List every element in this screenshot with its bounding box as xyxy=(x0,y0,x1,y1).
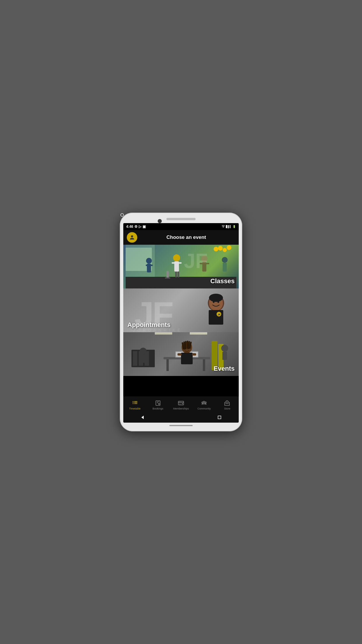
bookings-label: Bookings xyxy=(152,407,163,410)
svg-rect-8 xyxy=(146,265,149,266)
nav-bookings[interactable]: Bookings xyxy=(146,400,169,410)
nav-memberships[interactable]: Memberships xyxy=(169,400,192,410)
svg-point-65 xyxy=(140,348,147,355)
svg-rect-75 xyxy=(156,401,160,406)
timetable-label: Timetable xyxy=(129,407,140,410)
system-nav-bar xyxy=(123,413,239,423)
memberships-icon xyxy=(178,400,184,407)
svg-rect-39 xyxy=(155,332,172,335)
svg-rect-68 xyxy=(222,352,227,360)
settings-icon: ⚙ xyxy=(134,225,138,229)
svg-rect-66 xyxy=(141,355,145,363)
svg-text:JF: JF xyxy=(218,313,220,316)
svg-rect-42 xyxy=(133,351,137,366)
svg-rect-70 xyxy=(132,402,133,403)
svg-rect-49 xyxy=(203,359,205,371)
svg-rect-48 xyxy=(166,359,169,371)
svg-rect-40 xyxy=(190,332,207,335)
svg-point-20 xyxy=(222,257,228,263)
classes-card[interactable]: JF Classes xyxy=(123,245,239,288)
svg-rect-71 xyxy=(132,403,133,404)
home-bar xyxy=(169,425,193,426)
svg-point-6 xyxy=(146,258,152,264)
speaker xyxy=(166,218,196,220)
recents-button[interactable] xyxy=(217,414,222,420)
battery-icon: 🔋 xyxy=(233,225,236,228)
svg-point-33 xyxy=(209,294,223,302)
svg-rect-34 xyxy=(209,310,223,325)
svg-point-28 xyxy=(227,245,231,250)
svg-rect-12 xyxy=(172,262,175,264)
svg-rect-13 xyxy=(178,262,182,264)
svg-rect-69 xyxy=(132,401,133,402)
phone-frame: 4:46 ⚙ ▷ ▣ ▋▌▍ 🔋 xyxy=(120,213,242,431)
svg-rect-22 xyxy=(166,271,169,278)
svg-point-79 xyxy=(203,401,205,403)
svg-rect-15 xyxy=(178,272,179,277)
memberships-label: Memberships xyxy=(173,407,189,410)
svg-point-81 xyxy=(205,402,206,403)
store-icon xyxy=(224,400,231,407)
app-header: Choose an event xyxy=(123,230,239,245)
svg-rect-61 xyxy=(178,353,182,356)
svg-rect-73 xyxy=(134,402,137,403)
store-label: Store xyxy=(224,407,231,410)
svg-rect-72 xyxy=(134,401,137,402)
svg-point-64 xyxy=(187,348,189,349)
svg-rect-14 xyxy=(175,272,177,277)
svg-point-27 xyxy=(223,248,227,252)
status-bar: 4:46 ⚙ ▷ ▣ ▋▌▍ 🔋 xyxy=(123,223,239,230)
svg-rect-21 xyxy=(223,263,227,272)
svg-rect-77 xyxy=(178,401,184,405)
signal-icon: ▋▌▍ xyxy=(226,225,232,228)
svg-point-26 xyxy=(218,246,223,251)
back-button[interactable] xyxy=(140,414,145,420)
page-title: Choose an event xyxy=(137,235,235,240)
bottom-nav: Timetable Bookings xyxy=(123,396,239,413)
community-label: Community xyxy=(197,407,211,410)
svg-point-63 xyxy=(185,348,187,349)
phone-screen: 4:46 ⚙ ▷ ▣ ▋▌▍ 🔋 xyxy=(123,223,239,423)
svg-rect-62 xyxy=(192,353,196,356)
svg-point-38 xyxy=(217,301,219,303)
camera xyxy=(158,219,162,223)
svg-rect-23 xyxy=(165,277,170,279)
svg-rect-60 xyxy=(181,353,193,364)
storage-icon: ▣ xyxy=(143,225,146,229)
svg-point-37 xyxy=(213,301,215,303)
svg-point-78 xyxy=(182,403,183,404)
svg-point-80 xyxy=(202,402,203,403)
classes-label: Classes xyxy=(210,277,235,285)
play-icon: ▷ xyxy=(139,225,141,229)
timetable-icon xyxy=(131,400,138,407)
svg-rect-85 xyxy=(218,416,221,419)
nav-community[interactable]: Community xyxy=(193,400,216,410)
svg-point-25 xyxy=(214,247,218,251)
community-icon xyxy=(201,400,208,407)
wifi-icon xyxy=(222,225,225,228)
svg-text:JF: JF xyxy=(184,250,208,272)
nav-timetable[interactable]: Timetable xyxy=(123,400,146,410)
svg-point-1 xyxy=(131,235,133,237)
home-button[interactable] xyxy=(178,414,184,420)
bookings-icon xyxy=(154,400,161,407)
nav-store[interactable]: Store xyxy=(216,400,239,410)
content-area: JF Classes JF JORDANRIKE xyxy=(123,245,239,396)
svg-point-10 xyxy=(173,254,180,261)
avatar[interactable] xyxy=(127,232,137,243)
svg-marker-0 xyxy=(222,227,224,228)
svg-point-67 xyxy=(221,345,228,352)
svg-rect-82 xyxy=(225,402,230,405)
svg-rect-9 xyxy=(149,265,153,266)
svg-rect-74 xyxy=(134,403,137,404)
svg-marker-83 xyxy=(141,416,144,419)
time-display: 4:46 xyxy=(126,225,133,229)
events-card[interactable]: Events xyxy=(123,332,239,376)
appointments-label: Appointments xyxy=(127,321,171,329)
appointments-card[interactable]: JF JORDANRIKE JF xyxy=(123,288,239,332)
events-label: Events xyxy=(214,365,235,372)
